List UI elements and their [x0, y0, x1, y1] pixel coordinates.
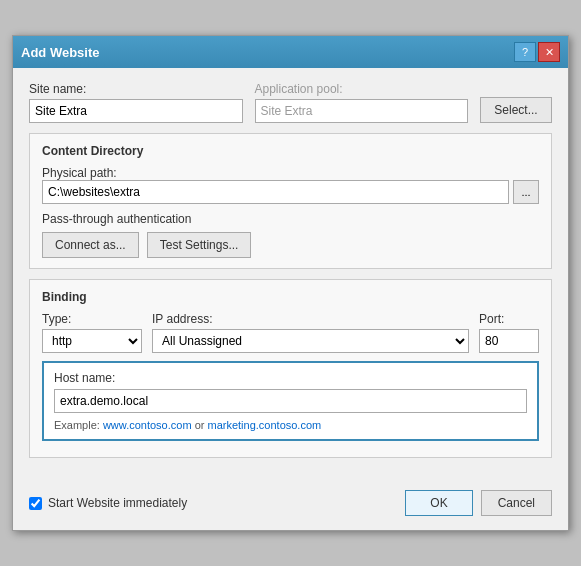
example-link2[interactable]: marketing.contoso.com: [207, 419, 321, 431]
site-name-label: Site name:: [29, 82, 243, 96]
auth-buttons: Connect as... Test Settings...: [42, 232, 539, 258]
type-group: Type: http https: [42, 312, 142, 353]
ip-group: IP address: All Unassigned: [152, 312, 469, 353]
dialog-body: Site name: Application pool: Select... C…: [13, 68, 568, 482]
ip-select[interactable]: All Unassigned: [152, 329, 469, 353]
content-directory-section: Content Directory Physical path: ... Pas…: [29, 133, 552, 269]
binding-title: Binding: [42, 290, 539, 304]
type-label: Type:: [42, 312, 142, 326]
port-input[interactable]: [479, 329, 539, 353]
dialog-title: Add Website: [21, 45, 100, 60]
example-prefix: Example:: [54, 419, 103, 431]
select-button[interactable]: Select...: [480, 97, 552, 123]
physical-path-label: Physical path:: [42, 166, 117, 180]
test-settings-button[interactable]: Test Settings...: [147, 232, 252, 258]
example-text: Example: www.contoso.com or marketing.co…: [54, 419, 527, 431]
action-buttons: OK Cancel: [405, 490, 552, 516]
cancel-button[interactable]: Cancel: [481, 490, 552, 516]
app-pool-label: Application pool:: [255, 82, 469, 96]
binding-row: Type: http https IP address: All Unassig…: [42, 312, 539, 353]
connect-as-button[interactable]: Connect as...: [42, 232, 139, 258]
site-name-input[interactable]: [29, 99, 243, 123]
help-button[interactable]: ?: [514, 42, 536, 62]
port-label: Port:: [479, 312, 539, 326]
example-link1[interactable]: www.contoso.com: [103, 419, 192, 431]
type-select[interactable]: http https: [42, 329, 142, 353]
title-bar: Add Website ? ✕: [13, 36, 568, 68]
browse-button[interactable]: ...: [513, 180, 539, 204]
example-or: or: [192, 419, 208, 431]
host-name-input[interactable]: [54, 389, 527, 413]
add-website-dialog: Add Website ? ✕ Site name: Application p…: [12, 35, 569, 531]
binding-section: Binding Type: http https IP address: All…: [29, 279, 552, 458]
footer: Start Website immediately OK Cancel: [13, 482, 568, 530]
port-group: Port:: [479, 312, 539, 353]
site-app-row: Site name: Application pool: Select...: [29, 82, 552, 123]
physical-path-input[interactable]: [42, 180, 509, 204]
app-pool-input[interactable]: [255, 99, 469, 123]
ip-label: IP address:: [152, 312, 469, 326]
physical-path-row: ...: [42, 180, 539, 204]
start-website-checkbox[interactable]: [29, 497, 42, 510]
start-website-row: Start Website immediately: [29, 496, 187, 510]
title-bar-buttons: ? ✕: [514, 42, 560, 62]
start-website-label: Start Website immediately: [48, 496, 187, 510]
app-pool-group: Application pool:: [255, 82, 469, 123]
ok-button[interactable]: OK: [405, 490, 472, 516]
content-directory-title: Content Directory: [42, 144, 539, 158]
host-name-label: Host name:: [54, 371, 527, 385]
site-name-group: Site name:: [29, 82, 243, 123]
pass-through-label: Pass-through authentication: [42, 212, 539, 226]
host-name-box: Host name: Example: www.contoso.com or m…: [42, 361, 539, 441]
select-btn-container: Select...: [480, 82, 552, 123]
close-button[interactable]: ✕: [538, 42, 560, 62]
